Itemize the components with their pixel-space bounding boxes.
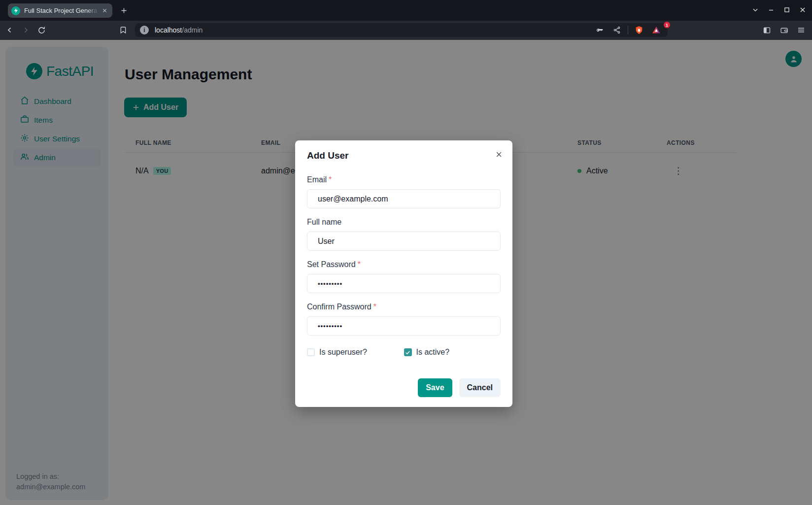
url-text[interactable]: localhost/admin	[155, 26, 203, 34]
fastapi-favicon-icon	[11, 6, 20, 15]
tab-search-chevron-icon[interactable]	[749, 3, 762, 16]
modal-title: Add User	[307, 150, 501, 161]
sidebar-toggle-icon[interactable]	[760, 23, 774, 37]
bookmark-icon[interactable]	[116, 23, 130, 37]
browser-titlebar: Full Stack Project Genera	[0, 0, 812, 21]
is-superuser-label: Is superuser?	[319, 348, 367, 357]
set-password-label: Set Password*	[307, 260, 501, 269]
checkbox-unchecked-icon	[307, 348, 315, 356]
browser-toolbar: i localhost/admin	[0, 21, 812, 40]
url-path: /admin	[182, 26, 203, 34]
brave-shield-icon[interactable]	[633, 24, 645, 36]
email-field[interactable]	[307, 189, 501, 208]
is-superuser-checkbox[interactable]: Is superuser?	[307, 348, 404, 357]
rewards-badge: 1	[664, 22, 670, 28]
address-bar[interactable]: i localhost/admin	[135, 23, 668, 37]
required-asterisk: *	[373, 303, 376, 311]
tab-title: Full Stack Project Genera	[24, 7, 100, 14]
back-button[interactable]	[3, 23, 17, 37]
full-name-label: Full name	[307, 218, 501, 227]
confirm-password-field[interactable]	[307, 316, 501, 336]
checkbox-checked-icon	[404, 348, 412, 356]
browser-tab[interactable]: Full Stack Project Genera	[8, 3, 112, 18]
required-asterisk: *	[329, 175, 332, 184]
url-host: localhost	[155, 26, 182, 34]
reload-button[interactable]	[34, 23, 48, 37]
new-tab-button[interactable]	[117, 4, 130, 17]
password-key-icon[interactable]	[593, 24, 606, 36]
cancel-button[interactable]: Cancel	[459, 378, 501, 397]
full-name-field[interactable]	[307, 232, 501, 251]
forward-button[interactable]	[19, 23, 33, 37]
menu-hamburger-icon[interactable]	[794, 23, 808, 37]
add-user-modal: Add User Email* Full name Set Password* …	[295, 140, 512, 407]
tab-close-icon[interactable]	[100, 6, 109, 15]
is-active-label: Is active?	[416, 348, 450, 357]
window-minimize-button[interactable]	[765, 3, 778, 16]
wallet-icon[interactable]	[777, 23, 791, 37]
browser-window: Full Stack Project Genera	[0, 0, 812, 505]
toolbar-divider	[628, 26, 628, 34]
set-password-field[interactable]	[307, 274, 501, 293]
email-label: Email*	[307, 175, 501, 184]
site-info-icon[interactable]: i	[140, 26, 149, 34]
window-maximize-button[interactable]	[780, 3, 793, 16]
page-viewport: FastAPI Dashboard Items	[0, 40, 812, 505]
save-button[interactable]: Save	[418, 378, 452, 397]
window-close-button[interactable]	[796, 3, 809, 16]
share-icon[interactable]	[610, 24, 623, 36]
required-asterisk: *	[358, 260, 361, 269]
modal-close-icon[interactable]	[492, 147, 506, 161]
confirm-password-label: Confirm Password*	[307, 303, 501, 311]
is-active-checkbox[interactable]: Is active?	[404, 348, 501, 357]
brave-rewards-icon[interactable]: 1	[650, 24, 663, 36]
